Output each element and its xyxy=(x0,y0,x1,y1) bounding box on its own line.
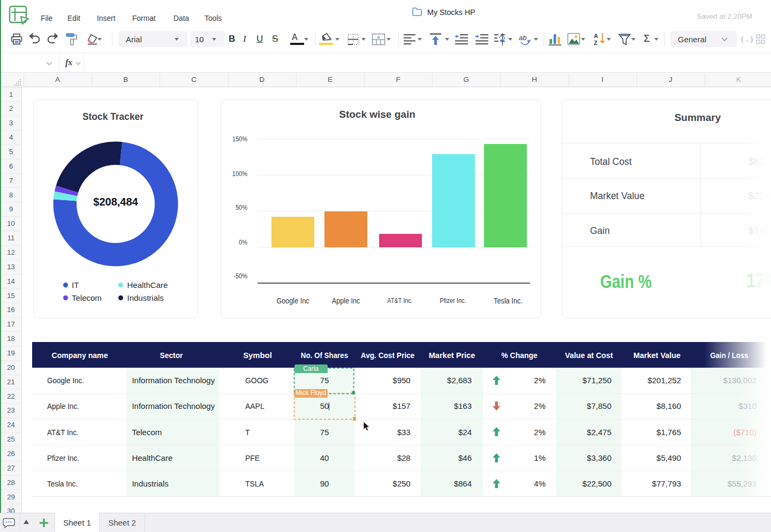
svg-text:A: A xyxy=(594,33,598,39)
svg-text:a: a xyxy=(377,34,380,40)
svg-text:Z: Z xyxy=(594,40,598,46)
svg-text:ab: ab xyxy=(519,34,526,42)
